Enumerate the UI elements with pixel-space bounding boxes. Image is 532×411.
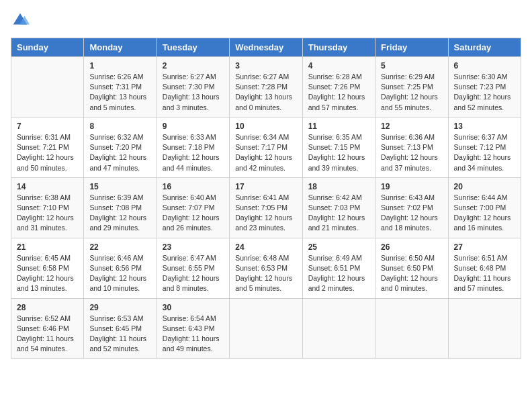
day-cell: 3Sunrise: 6:27 AMSunset: 7:28 PMDaylight… bbox=[230, 57, 302, 118]
day-number: 24 bbox=[235, 242, 296, 252]
day-info: Sunrise: 6:41 AMSunset: 7:05 PMDaylight:… bbox=[235, 193, 296, 234]
day-number: 11 bbox=[308, 122, 369, 131]
day-info: Sunrise: 6:34 AMSunset: 7:17 PMDaylight:… bbox=[235, 132, 296, 173]
day-cell: 8Sunrise: 6:32 AMSunset: 7:20 PMDaylight… bbox=[84, 117, 157, 177]
day-info: Sunrise: 6:45 AMSunset: 6:58 PMDaylight:… bbox=[17, 253, 78, 294]
day-number: 7 bbox=[17, 122, 78, 131]
day-number: 26 bbox=[381, 242, 442, 252]
col-header-thursday: Thursday bbox=[302, 38, 375, 57]
day-cell: 24Sunrise: 6:48 AMSunset: 6:53 PMDayligh… bbox=[230, 238, 302, 298]
day-number: 25 bbox=[308, 242, 369, 252]
day-info: Sunrise: 6:39 AMSunset: 7:08 PMDaylight:… bbox=[89, 193, 150, 234]
day-cell bbox=[11, 57, 84, 118]
day-info: Sunrise: 6:37 AMSunset: 7:12 PMDaylight:… bbox=[454, 132, 515, 173]
day-number: 5 bbox=[381, 61, 442, 71]
day-cell: 27Sunrise: 6:51 AMSunset: 6:48 PMDayligh… bbox=[448, 238, 521, 298]
day-number: 15 bbox=[89, 182, 150, 191]
day-cell: 4Sunrise: 6:28 AMSunset: 7:26 PMDaylight… bbox=[302, 57, 375, 118]
day-info: Sunrise: 6:51 AMSunset: 6:48 PMDaylight:… bbox=[454, 253, 515, 294]
day-cell: 17Sunrise: 6:41 AMSunset: 7:05 PMDayligh… bbox=[230, 177, 302, 238]
day-number: 6 bbox=[454, 61, 515, 71]
day-cell: 15Sunrise: 6:39 AMSunset: 7:08 PMDayligh… bbox=[84, 177, 157, 238]
col-header-saturday: Saturday bbox=[448, 38, 521, 57]
day-info: Sunrise: 6:46 AMSunset: 6:56 PMDaylight:… bbox=[89, 253, 150, 294]
day-info: Sunrise: 6:49 AMSunset: 6:51 PMDaylight:… bbox=[308, 253, 369, 294]
day-info: Sunrise: 6:38 AMSunset: 7:10 PMDaylight:… bbox=[17, 193, 78, 234]
day-number: 1 bbox=[89, 61, 150, 71]
day-cell: 22Sunrise: 6:46 AMSunset: 6:56 PMDayligh… bbox=[84, 238, 157, 298]
day-info: Sunrise: 6:29 AMSunset: 7:25 PMDaylight:… bbox=[381, 72, 442, 113]
day-info: Sunrise: 6:30 AMSunset: 7:23 PMDaylight:… bbox=[454, 72, 515, 113]
day-info: Sunrise: 6:42 AMSunset: 7:03 PMDaylight:… bbox=[308, 193, 369, 234]
day-cell bbox=[448, 298, 521, 359]
day-cell: 28Sunrise: 6:52 AMSunset: 6:46 PMDayligh… bbox=[11, 298, 84, 359]
day-number: 29 bbox=[89, 303, 150, 312]
day-number: 20 bbox=[454, 182, 515, 191]
header-row: SundayMondayTuesdayWednesdayThursdayFrid… bbox=[11, 38, 521, 57]
day-number: 3 bbox=[235, 61, 296, 71]
day-number: 4 bbox=[308, 61, 369, 71]
day-number: 21 bbox=[17, 242, 78, 252]
day-cell bbox=[375, 298, 448, 359]
day-info: Sunrise: 6:31 AMSunset: 7:21 PMDaylight:… bbox=[17, 132, 78, 173]
day-cell: 16Sunrise: 6:40 AMSunset: 7:07 PMDayligh… bbox=[157, 177, 229, 238]
day-cell: 1Sunrise: 6:26 AMSunset: 7:31 PMDaylight… bbox=[84, 57, 157, 118]
day-number: 18 bbox=[308, 182, 369, 191]
col-header-tuesday: Tuesday bbox=[157, 38, 229, 57]
header bbox=[11, 11, 521, 30]
day-cell: 6Sunrise: 6:30 AMSunset: 7:23 PMDaylight… bbox=[448, 57, 521, 118]
day-cell: 21Sunrise: 6:45 AMSunset: 6:58 PMDayligh… bbox=[11, 238, 84, 298]
day-number: 13 bbox=[454, 122, 515, 131]
day-cell: 30Sunrise: 6:54 AMSunset: 6:43 PMDayligh… bbox=[157, 298, 229, 359]
day-info: Sunrise: 6:26 AMSunset: 7:31 PMDaylight:… bbox=[89, 72, 150, 113]
day-cell: 20Sunrise: 6:44 AMSunset: 7:00 PMDayligh… bbox=[448, 177, 521, 238]
week-row-2: 7Sunrise: 6:31 AMSunset: 7:21 PMDaylight… bbox=[11, 117, 521, 177]
col-header-monday: Monday bbox=[84, 38, 157, 57]
col-header-friday: Friday bbox=[375, 38, 448, 57]
day-info: Sunrise: 6:28 AMSunset: 7:26 PMDaylight:… bbox=[308, 72, 369, 113]
day-number: 23 bbox=[163, 242, 224, 252]
day-cell: 12Sunrise: 6:36 AMSunset: 7:13 PMDayligh… bbox=[375, 117, 448, 177]
day-info: Sunrise: 6:27 AMSunset: 7:30 PMDaylight:… bbox=[163, 72, 224, 113]
day-info: Sunrise: 6:40 AMSunset: 7:07 PMDaylight:… bbox=[163, 193, 224, 234]
week-row-5: 28Sunrise: 6:52 AMSunset: 6:46 PMDayligh… bbox=[11, 298, 521, 359]
day-info: Sunrise: 6:32 AMSunset: 7:20 PMDaylight:… bbox=[89, 132, 150, 173]
week-row-1: 1Sunrise: 6:26 AMSunset: 7:31 PMDaylight… bbox=[11, 57, 521, 118]
day-info: Sunrise: 6:35 AMSunset: 7:15 PMDaylight:… bbox=[308, 132, 369, 173]
day-info: Sunrise: 6:33 AMSunset: 7:18 PMDaylight:… bbox=[163, 132, 224, 173]
col-header-wednesday: Wednesday bbox=[230, 38, 302, 57]
day-number: 19 bbox=[381, 182, 442, 191]
day-cell: 11Sunrise: 6:35 AMSunset: 7:15 PMDayligh… bbox=[302, 117, 375, 177]
logo-icon bbox=[11, 11, 30, 30]
calendar-table: SundayMondayTuesdayWednesdayThursdayFrid… bbox=[11, 38, 521, 359]
day-cell: 29Sunrise: 6:53 AMSunset: 6:45 PMDayligh… bbox=[84, 298, 157, 359]
day-info: Sunrise: 6:47 AMSunset: 6:55 PMDaylight:… bbox=[163, 253, 224, 294]
day-number: 9 bbox=[163, 122, 224, 131]
day-info: Sunrise: 6:52 AMSunset: 6:46 PMDaylight:… bbox=[17, 314, 78, 355]
day-number: 28 bbox=[17, 303, 78, 312]
day-number: 12 bbox=[381, 122, 442, 131]
day-cell: 7Sunrise: 6:31 AMSunset: 7:21 PMDaylight… bbox=[11, 117, 84, 177]
day-cell: 9Sunrise: 6:33 AMSunset: 7:18 PMDaylight… bbox=[157, 117, 229, 177]
day-info: Sunrise: 6:48 AMSunset: 6:53 PMDaylight:… bbox=[235, 253, 296, 294]
day-number: 14 bbox=[17, 182, 78, 191]
week-row-4: 21Sunrise: 6:45 AMSunset: 6:58 PMDayligh… bbox=[11, 238, 521, 298]
day-info: Sunrise: 6:50 AMSunset: 6:50 PMDaylight:… bbox=[381, 253, 442, 294]
day-cell bbox=[302, 298, 375, 359]
day-info: Sunrise: 6:54 AMSunset: 6:43 PMDaylight:… bbox=[163, 314, 224, 355]
day-cell: 25Sunrise: 6:49 AMSunset: 6:51 PMDayligh… bbox=[302, 238, 375, 298]
day-cell bbox=[230, 298, 302, 359]
day-number: 8 bbox=[89, 122, 150, 131]
day-info: Sunrise: 6:43 AMSunset: 7:02 PMDaylight:… bbox=[381, 193, 442, 234]
day-cell: 10Sunrise: 6:34 AMSunset: 7:17 PMDayligh… bbox=[230, 117, 302, 177]
day-number: 22 bbox=[89, 242, 150, 252]
day-info: Sunrise: 6:36 AMSunset: 7:13 PMDaylight:… bbox=[381, 132, 442, 173]
week-row-3: 14Sunrise: 6:38 AMSunset: 7:10 PMDayligh… bbox=[11, 177, 521, 238]
day-info: Sunrise: 6:44 AMSunset: 7:00 PMDaylight:… bbox=[454, 193, 515, 234]
day-cell: 23Sunrise: 6:47 AMSunset: 6:55 PMDayligh… bbox=[157, 238, 229, 298]
day-number: 10 bbox=[235, 122, 296, 131]
day-number: 2 bbox=[163, 61, 224, 71]
day-cell: 2Sunrise: 6:27 AMSunset: 7:30 PMDaylight… bbox=[157, 57, 229, 118]
day-cell: 13Sunrise: 6:37 AMSunset: 7:12 PMDayligh… bbox=[448, 117, 521, 177]
logo bbox=[11, 11, 32, 30]
